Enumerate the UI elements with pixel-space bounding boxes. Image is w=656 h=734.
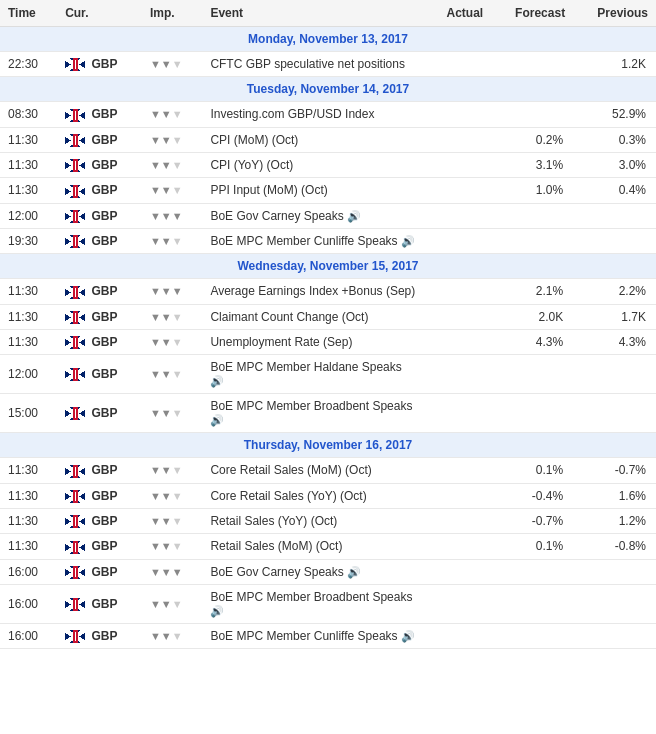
cell-forecast: 0.1%: [491, 458, 573, 483]
table-row: 22:30 GBP ▼▼▼ CFTC GBP speculative net p…: [0, 52, 656, 77]
day-header-label: Tuesday, November 14, 2017: [0, 77, 656, 102]
cell-importance: ▼▼▼: [142, 329, 202, 354]
cell-previous: 0.3%: [573, 127, 656, 152]
cell-event: Investing.com GBP/USD Index: [202, 102, 425, 127]
cell-currency: GBP: [57, 458, 142, 483]
cell-currency: GBP: [57, 152, 142, 177]
header-previous: Previous: [573, 0, 656, 27]
cell-forecast: [491, 203, 573, 228]
cell-actual: [426, 203, 491, 228]
cell-time: 12:00: [0, 203, 57, 228]
day-header-row: Monday, November 13, 2017: [0, 27, 656, 52]
currency-label: GBP: [91, 489, 117, 503]
cell-importance: ▼▼▼: [142, 623, 202, 648]
cell-importance: ▼▼▼: [142, 584, 202, 623]
flag-gbp: [65, 598, 85, 611]
cell-previous: -0.7%: [573, 458, 656, 483]
cell-event: BoE MPC Member Cunliffe Speaks 🔊: [202, 623, 425, 648]
economic-calendar-table: Time Cur. Imp. Event Actual Forecast Pre…: [0, 0, 656, 649]
cell-importance: ▼▼▼: [142, 508, 202, 533]
cell-previous: 1.2%: [573, 508, 656, 533]
cell-event: BoE Gov Carney Speaks 🔊: [202, 559, 425, 584]
cell-actual: [426, 52, 491, 77]
flag-gbp: [65, 235, 85, 248]
speaker-icon: 🔊: [347, 566, 361, 578]
cell-currency: GBP: [57, 228, 142, 253]
cell-event: CFTC GBP speculative net positions: [202, 52, 425, 77]
currency-label: GBP: [91, 158, 117, 172]
cell-time: 11:30: [0, 178, 57, 203]
cell-forecast: 3.1%: [491, 152, 573, 177]
cell-previous: 2.2%: [573, 279, 656, 304]
speaker-icon: 🔊: [210, 414, 224, 426]
cell-actual: [426, 394, 491, 433]
table-row: 11:30 GBP ▼▼▼ Core Retail Sales (YoY) (O…: [0, 483, 656, 508]
currency-label: GBP: [91, 209, 117, 223]
table-row: 16:00 GBP ▼▼▼ BoE MPC Member Cunliffe Sp…: [0, 623, 656, 648]
currency-label: GBP: [91, 406, 117, 420]
cell-time: 15:00: [0, 394, 57, 433]
table-row: 11:30 GBP ▼▼▼ Retail Sales (MoM) (Oct) 0…: [0, 534, 656, 559]
table-row: 11:30 GBP ▼▼▼ PPI Input (MoM) (Oct) 1.0%…: [0, 178, 656, 203]
flag-gbp: [65, 465, 85, 478]
cell-currency: GBP: [57, 623, 142, 648]
cell-importance: ▼▼▼: [142, 534, 202, 559]
cell-actual: [426, 329, 491, 354]
currency-label: GBP: [91, 367, 117, 381]
cell-forecast: 2.1%: [491, 279, 573, 304]
cell-currency: GBP: [57, 584, 142, 623]
cell-forecast: 0.1%: [491, 534, 573, 559]
cell-time: 16:00: [0, 584, 57, 623]
cell-currency: GBP: [57, 279, 142, 304]
currency-label: GBP: [91, 539, 117, 553]
table-row: 15:00 GBP ▼▼▼ BoE MPC Member Broadbent S…: [0, 394, 656, 433]
cell-event: Claimant Count Change (Oct): [202, 304, 425, 329]
cell-currency: GBP: [57, 329, 142, 354]
table-row: 11:30 GBP ▼▼▼ CPI (MoM) (Oct) 0.2% 0.3%: [0, 127, 656, 152]
cell-forecast: [491, 228, 573, 253]
cell-previous: [573, 228, 656, 253]
header-actual: Actual: [426, 0, 491, 27]
cell-time: 11:30: [0, 127, 57, 152]
cell-previous: [573, 559, 656, 584]
flag-gbp: [65, 368, 85, 381]
cell-forecast: 2.0K: [491, 304, 573, 329]
cell-forecast: [491, 102, 573, 127]
day-header-row: Thursday, November 16, 2017: [0, 433, 656, 458]
cell-currency: GBP: [57, 508, 142, 533]
table-row: 08:30 GBP ▼▼▼ Investing.com GBP/USD Inde…: [0, 102, 656, 127]
day-header-row: Wednesday, November 15, 2017: [0, 254, 656, 279]
header-imp: Imp.: [142, 0, 202, 27]
table-row: 11:30 GBP ▼▼▼ Retail Sales (YoY) (Oct) -…: [0, 508, 656, 533]
day-header-row: Tuesday, November 14, 2017: [0, 77, 656, 102]
cell-importance: ▼▼▼: [142, 355, 202, 394]
cell-event: Average Earnings Index +Bonus (Sep): [202, 279, 425, 304]
flag-gbp: [65, 311, 85, 324]
flag-gbp: [65, 286, 85, 299]
header-cur: Cur.: [57, 0, 142, 27]
currency-label: GBP: [91, 335, 117, 349]
cell-actual: [426, 534, 491, 559]
cell-currency: GBP: [57, 178, 142, 203]
currency-label: GBP: [91, 107, 117, 121]
cell-actual: [426, 127, 491, 152]
table-row: 12:00 GBP ▼▼▼ BoE Gov Carney Speaks 🔊: [0, 203, 656, 228]
flag-gbp: [65, 630, 85, 643]
currency-label: GBP: [91, 565, 117, 579]
cell-previous: 52.9%: [573, 102, 656, 127]
cell-time: 16:00: [0, 559, 57, 584]
cell-importance: ▼▼▼: [142, 483, 202, 508]
cell-importance: ▼▼▼: [142, 178, 202, 203]
cell-actual: [426, 279, 491, 304]
cell-time: 11:30: [0, 458, 57, 483]
cell-currency: GBP: [57, 102, 142, 127]
flag-gbp: [65, 515, 85, 528]
cell-event: BoE MPC Member Cunliffe Speaks 🔊: [202, 228, 425, 253]
cell-previous: 1.7K: [573, 304, 656, 329]
flag-gbp: [65, 566, 85, 579]
cell-previous: [573, 355, 656, 394]
cell-actual: [426, 304, 491, 329]
cell-previous: 4.3%: [573, 329, 656, 354]
cell-forecast: -0.4%: [491, 483, 573, 508]
currency-label: GBP: [91, 234, 117, 248]
